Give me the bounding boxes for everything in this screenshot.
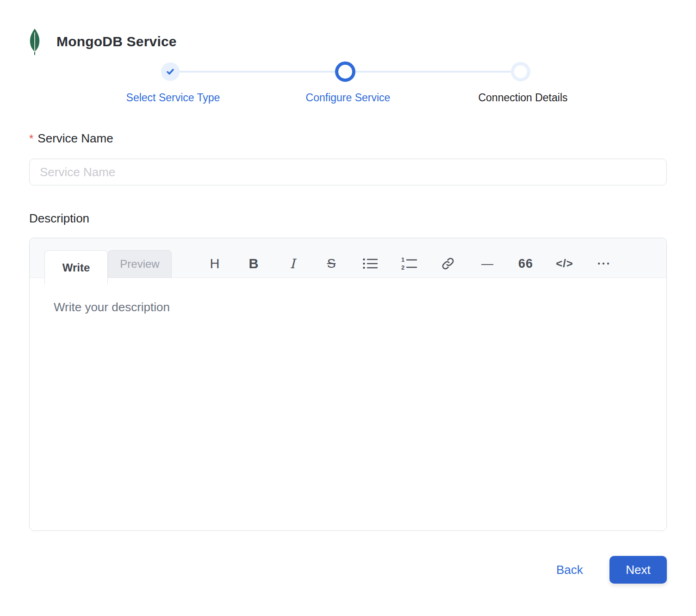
tab-write-label: Write: [62, 261, 90, 274]
service-name-input[interactable]: [29, 159, 667, 185]
more-options-icon: •••: [596, 260, 612, 267]
horizontal-rule-icon: —: [481, 257, 492, 271]
tab-preview[interactable]: Preview: [108, 250, 172, 278]
mongodb-service-wizard-page: MongoDB Service Select Service Type Conf…: [0, 0, 696, 616]
check-icon: [165, 67, 175, 77]
bold-button[interactable]: B: [234, 249, 273, 278]
back-button[interactable]: Back: [556, 563, 583, 577]
quote-button[interactable]: 66: [506, 249, 545, 278]
editor-placeholder-text: Write your description: [54, 300, 170, 314]
step-indicator-connection-details[interactable]: [511, 62, 530, 81]
svg-text:2: 2: [401, 264, 404, 271]
code-button[interactable]: </>: [545, 249, 584, 278]
numbered-list-button[interactable]: 1 2: [390, 249, 429, 278]
description-label-text: Description: [29, 211, 89, 226]
tab-preview-label: Preview: [120, 258, 159, 271]
wizard-stepper: Select Service Type Configure Service Co…: [0, 0, 696, 111]
bold-icon: B: [249, 256, 259, 271]
description-editor: Write Preview H B I S: [29, 238, 667, 531]
heading-button[interactable]: H: [195, 249, 234, 278]
bullet-list-button[interactable]: [351, 249, 390, 278]
italic-button[interactable]: I: [273, 249, 312, 278]
horizontal-rule-button[interactable]: —: [467, 249, 506, 278]
description-label: Description: [29, 211, 89, 226]
link-icon: [441, 257, 455, 271]
description-editor-area[interactable]: Write your description: [30, 278, 666, 530]
code-icon: </>: [556, 257, 573, 270]
svg-text:1: 1: [401, 257, 404, 263]
next-button-label: Next: [626, 563, 650, 577]
required-asterisk: *: [29, 132, 33, 145]
numbered-list-icon: 1 2: [401, 257, 417, 271]
quote-icon: 66: [518, 257, 533, 271]
strikethrough-icon: S: [327, 256, 336, 271]
step-indicator-select-service-type[interactable]: [161, 62, 180, 81]
strikethrough-button[interactable]: S: [312, 249, 351, 278]
editor-toolbar: H B I S: [195, 249, 623, 278]
step-indicator-configure-service[interactable]: [335, 62, 355, 82]
service-name-label: * Service Name: [29, 131, 113, 146]
link-button[interactable]: [429, 249, 467, 278]
step-label-configure-service[interactable]: Configure Service: [306, 92, 391, 104]
bullet-list-icon: [362, 257, 378, 270]
heading-icon: H: [210, 256, 220, 271]
step-label-connection-details[interactable]: Connection Details: [478, 92, 567, 104]
italic-icon: I: [290, 256, 295, 271]
step-label-select-service-type[interactable]: Select Service Type: [126, 92, 220, 104]
service-name-label-text: Service Name: [37, 131, 113, 146]
next-button[interactable]: Next: [609, 556, 667, 584]
tab-write[interactable]: Write: [44, 250, 108, 284]
more-options-button[interactable]: •••: [584, 249, 623, 278]
